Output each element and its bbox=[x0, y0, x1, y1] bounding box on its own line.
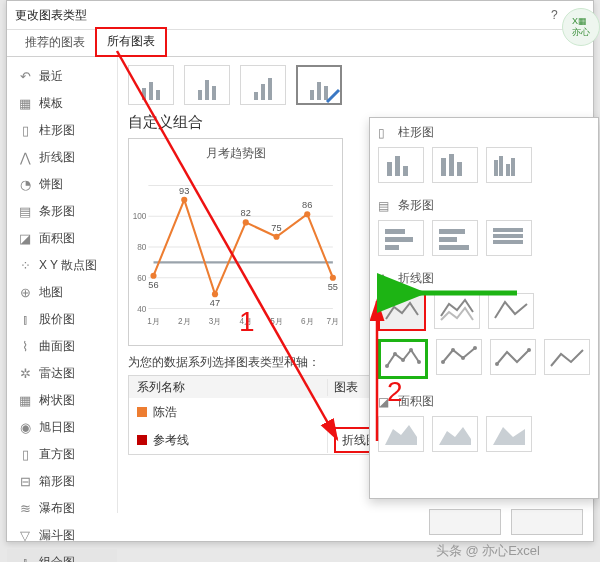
sidebar-item-label: 条形图 bbox=[39, 203, 75, 220]
sidebar-item-funnel[interactable]: ▽漏斗图 bbox=[7, 522, 117, 549]
sidebar-item-scatter[interactable]: ⁘X Y 散点图 bbox=[7, 252, 117, 279]
gallery-item[interactable] bbox=[490, 339, 536, 375]
sidebar-item-treemap[interactable]: ▦树状图 bbox=[7, 387, 117, 414]
column-icon: ▯ bbox=[17, 123, 33, 138]
svg-rect-44 bbox=[385, 245, 399, 250]
gallery-item[interactable] bbox=[432, 220, 478, 256]
svg-rect-48 bbox=[493, 228, 523, 232]
sidebar-item-boxwhisker[interactable]: ⊟箱形图 bbox=[7, 468, 117, 495]
svg-rect-35 bbox=[441, 158, 446, 176]
svg-point-56 bbox=[441, 360, 445, 364]
svg-point-11 bbox=[273, 234, 279, 240]
sidebar-item-column[interactable]: ▯柱形图 bbox=[7, 117, 117, 144]
combo-subtype-custom[interactable] bbox=[296, 65, 342, 105]
tab-recommended[interactable]: 推荐的图表 bbox=[15, 30, 95, 56]
titlebar: 更改图表类型 ? ✕ bbox=[7, 1, 593, 30]
combo-subtype-2[interactable] bbox=[184, 65, 230, 105]
tab-all-charts[interactable]: 所有图表 bbox=[95, 27, 167, 57]
box-icon: ⊟ bbox=[17, 474, 33, 489]
svg-marker-64 bbox=[493, 427, 525, 445]
sidebar-item-label: X Y 散点图 bbox=[39, 257, 97, 274]
gallery-item[interactable] bbox=[486, 147, 532, 183]
gallery-item-line-markers[interactable] bbox=[378, 339, 428, 379]
svg-text:1月: 1月 bbox=[147, 317, 160, 326]
sidebar-item-label: 饼图 bbox=[39, 176, 63, 193]
svg-text:56: 56 bbox=[148, 280, 158, 290]
svg-rect-47 bbox=[439, 245, 469, 250]
ok-button[interactable] bbox=[429, 509, 501, 535]
svg-rect-40 bbox=[506, 164, 510, 176]
gallery-item[interactable] bbox=[434, 293, 480, 329]
series-col-name: 系列名称 bbox=[129, 379, 327, 396]
sidebar-item-area[interactable]: ◪面积图 bbox=[7, 225, 117, 252]
svg-text:47: 47 bbox=[210, 298, 220, 308]
surface-icon: ⌇ bbox=[17, 339, 33, 354]
gallery-item[interactable] bbox=[378, 147, 424, 183]
sidebar-item-combo[interactable]: ⫿组合图 bbox=[7, 549, 117, 562]
gallery-item[interactable] bbox=[378, 416, 424, 452]
svg-rect-36 bbox=[449, 154, 454, 176]
line-icon: ⋀ bbox=[17, 150, 33, 165]
template-icon: ▦ bbox=[17, 96, 33, 111]
svg-point-53 bbox=[401, 358, 405, 362]
histogram-icon: ▯ bbox=[17, 447, 33, 462]
gallery-item[interactable] bbox=[436, 339, 482, 375]
gallery-item[interactable] bbox=[432, 147, 478, 183]
gallery-item[interactable] bbox=[378, 220, 424, 256]
map-icon: ⊕ bbox=[17, 285, 33, 300]
gallery-item[interactable] bbox=[486, 220, 532, 256]
sidebar-item-pie[interactable]: ◔饼图 bbox=[7, 171, 117, 198]
sidebar-item-templates[interactable]: ▦模板 bbox=[7, 90, 117, 117]
sidebar-item-surface[interactable]: ⌇曲面图 bbox=[7, 333, 117, 360]
sidebar-item-waterfall[interactable]: ≋瀑布图 bbox=[7, 495, 117, 522]
sidebar-item-label: 树状图 bbox=[39, 392, 75, 409]
svg-rect-50 bbox=[493, 240, 523, 244]
sidebar-item-map[interactable]: ⊕地图 bbox=[7, 279, 117, 306]
tab-strip: 推荐的图表 所有图表 bbox=[7, 30, 593, 57]
gallery-item[interactable] bbox=[432, 416, 478, 452]
help-button[interactable]: ? bbox=[551, 8, 558, 22]
sidebar-item-radar[interactable]: ✲雷达图 bbox=[7, 360, 117, 387]
gallery-item-line-basic[interactable] bbox=[378, 293, 426, 331]
gallery-item[interactable] bbox=[488, 293, 534, 329]
sidebar-item-histogram[interactable]: ▯直方图 bbox=[7, 441, 117, 468]
combo-subtype-row bbox=[128, 65, 583, 105]
area-icon: ◪ bbox=[17, 231, 33, 246]
chart-category-sidebar: ↶最近 ▦模板 ▯柱形图 ⋀折线图 ◔饼图 ▤条形图 ◪面积图 ⁘X Y 散点图… bbox=[7, 57, 118, 513]
sidebar-item-label: 折线图 bbox=[39, 149, 75, 166]
sidebar-item-label: 面积图 bbox=[39, 230, 75, 247]
sidebar-item-label: 曲面图 bbox=[39, 338, 75, 355]
treemap-icon: ▦ bbox=[17, 393, 33, 408]
svg-text:6月: 6月 bbox=[301, 317, 314, 326]
line-icon: ⋀ bbox=[378, 272, 392, 286]
svg-point-9 bbox=[212, 291, 218, 297]
gallery-scroll[interactable]: ▯柱形图 ▤条形图 ⋀折线图 bbox=[370, 118, 598, 498]
sidebar-item-bar[interactable]: ▤条形图 bbox=[7, 198, 117, 225]
svg-rect-37 bbox=[457, 162, 462, 176]
sidebar-item-label: 股价图 bbox=[39, 311, 75, 328]
svg-point-13 bbox=[330, 275, 336, 281]
gallery-cat-line: ⋀折线图 bbox=[370, 264, 598, 289]
sidebar-item-stock[interactable]: ⫿股价图 bbox=[7, 306, 117, 333]
svg-point-52 bbox=[393, 352, 397, 356]
svg-line-0 bbox=[327, 90, 339, 102]
combo-subtype-3[interactable] bbox=[240, 65, 286, 105]
sidebar-item-label: 地图 bbox=[39, 284, 63, 301]
svg-rect-45 bbox=[439, 229, 465, 234]
gallery-item[interactable] bbox=[544, 339, 590, 375]
svg-rect-41 bbox=[511, 158, 515, 176]
gallery-item[interactable] bbox=[486, 416, 532, 452]
svg-text:2月: 2月 bbox=[178, 317, 191, 326]
svg-point-8 bbox=[181, 197, 187, 203]
svg-text:93: 93 bbox=[179, 186, 189, 196]
svg-marker-62 bbox=[385, 425, 417, 445]
sidebar-item-line[interactable]: ⋀折线图 bbox=[7, 144, 117, 171]
combo-subtype-1[interactable] bbox=[128, 65, 174, 105]
sidebar-item-label: 最近 bbox=[39, 68, 63, 85]
series-swatch bbox=[137, 407, 147, 417]
cancel-button[interactable] bbox=[511, 509, 583, 535]
svg-text:75: 75 bbox=[271, 223, 281, 233]
svg-rect-38 bbox=[494, 160, 498, 176]
sidebar-item-sunburst[interactable]: ◉旭日图 bbox=[7, 414, 117, 441]
sidebar-item-recent[interactable]: ↶最近 bbox=[7, 63, 117, 90]
